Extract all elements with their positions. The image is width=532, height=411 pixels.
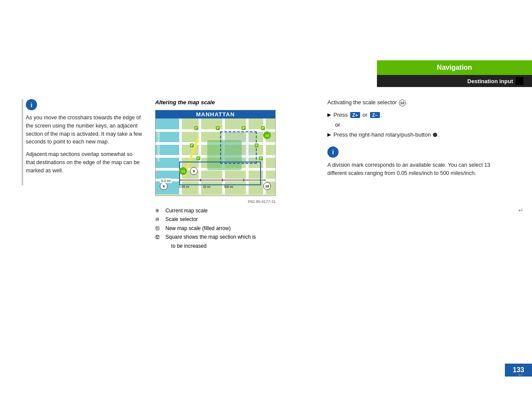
legend-item-12: ⑫ Square shows the map section which is …: [155, 233, 310, 250]
map-caption: P82.85-9177-31: [155, 199, 276, 204]
map-body: HUDSON RIVER P P P: [156, 118, 275, 194]
z-plus-btn: Z+: [350, 112, 360, 118]
scale-label-mi: 0.2 mi: [160, 178, 172, 183]
dest-black-square: [516, 77, 523, 85]
nav-title: Navigation: [437, 64, 472, 71]
header-nav: Navigation ↵ Destination input: [377, 60, 532, 87]
info-icon-left: i: [26, 99, 37, 110]
p-marker-3: P: [242, 126, 246, 130]
p-marker-6: P: [255, 143, 258, 147]
bullet-arrow-2: ▶: [327, 132, 331, 137]
info-box-right: i A division mark corresponds to an avai…: [327, 144, 500, 178]
press-text: Press Z+ or Z–.: [333, 112, 382, 118]
right-column: Activating the scale selector 10. ▶ Pres…: [327, 99, 500, 177]
corner-arrow-top: ↵: [518, 64, 523, 71]
corner-arrow-bottom: ↵: [518, 371, 523, 378]
circled-10: 10: [399, 100, 406, 106]
p-marker-7: P: [196, 156, 200, 160]
map-container: MANHATTAN HUDSON RIVER: [155, 110, 276, 196]
bullet-arrow-1: ▶: [327, 112, 331, 118]
nav-green-bar: Navigation ↵: [377, 60, 532, 75]
legend-item-9: ⑨ Current map scale: [155, 206, 310, 215]
badge-11: 11: [179, 167, 187, 175]
or-text: or: [335, 121, 500, 128]
badge-11b: 9: [190, 167, 198, 175]
map-highlight-square: [220, 131, 257, 164]
badge-9: 9: [160, 182, 168, 190]
rotary-dot-icon: [433, 133, 437, 137]
activating-text: Activating the scale selector 10.: [327, 99, 500, 106]
legend-list: ⑨ Current map scale ⑩ Scale selector ⑪ N…: [155, 206, 310, 250]
scale-labels: 0.05 mi10 mi500 mi: [179, 185, 233, 188]
scale-bar-line: [179, 178, 265, 183]
corner-arrow-mid: ↵: [518, 207, 523, 214]
info-icon-right: i: [327, 146, 339, 158]
badge-12: 12: [263, 131, 271, 139]
left-para2: Adjacent map sections overlap somewhat s…: [26, 150, 142, 174]
left-column: i As you move the crosshairs towards the…: [26, 99, 142, 179]
street-h1: [156, 129, 275, 132]
rotary-text: Press the right-hand rotary/push-button …: [333, 131, 439, 138]
bullet-press-rotary: ▶ Press the right-hand rotary/push-butto…: [327, 131, 500, 138]
p-marker-2: P: [216, 126, 220, 130]
section-title: Altering the map scale: [155, 99, 310, 106]
badge-10: 10: [263, 182, 271, 190]
legend-item-10: ⑩ Scale selector: [155, 215, 310, 224]
p-marker-5: P: [190, 143, 194, 147]
info-text-right: A division mark corresponds to an availa…: [327, 161, 500, 178]
nav-dest-bar: Destination input: [377, 75, 532, 87]
p-marker-1: P: [194, 126, 198, 130]
middle-column: Altering the map scale MANHATTAN HUDSON …: [155, 99, 310, 250]
p-marker-4: P: [261, 126, 265, 130]
dest-label: Destination input: [467, 78, 513, 84]
legend-item-11: ⑪ New map scale (filled arrow): [155, 224, 310, 233]
z-minus-btn: Z–: [370, 112, 380, 118]
left-para1: As you move the crosshairs towards the e…: [26, 114, 142, 146]
map-title: MANHATTAN: [156, 110, 275, 118]
p-marker-8: P: [259, 156, 263, 160]
left-divider: [22, 99, 23, 185]
bullet-press-z: ▶ Press Z+ or Z–.: [327, 112, 500, 118]
